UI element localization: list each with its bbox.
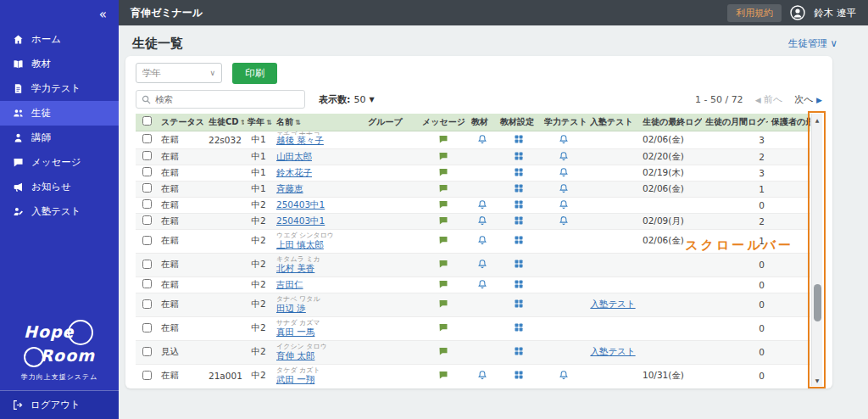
material-bell-icon[interactable] (477, 134, 487, 144)
message-icon[interactable] (438, 199, 448, 210)
material-settings-grid-icon[interactable] (514, 134, 524, 144)
row-checkbox[interactable] (142, 371, 152, 380)
sidebar-collapse-button[interactable]: « (0, 0, 119, 25)
row-checkbox[interactable] (142, 167, 152, 176)
row-checkbox[interactable] (142, 323, 152, 332)
message-icon[interactable] (438, 279, 448, 289)
row-checkbox[interactable] (142, 260, 152, 269)
sidebar-item-notices[interactable]: お知らせ (0, 175, 119, 199)
material-settings-grid-icon[interactable] (514, 235, 524, 245)
search-box[interactable] (136, 90, 305, 109)
material-bell-icon[interactable] (477, 370, 487, 380)
column-header-2[interactable]: 学年⇅ (244, 114, 273, 131)
column-header-0[interactable]: ステータス⇅ (158, 114, 205, 131)
student-name-link[interactable]: 上田 慎太郎 (276, 239, 324, 249)
grade-filter-select[interactable]: 学年 ∨ (136, 63, 222, 83)
student-name-link[interactable]: 真田 一馬 (276, 327, 314, 337)
scrollbar-thumb[interactable] (814, 284, 821, 321)
material-bell-icon[interactable] (477, 279, 487, 289)
scrollbar-up-button[interactable]: ▲ (812, 114, 822, 126)
message-icon[interactable] (438, 235, 448, 245)
column-header-1[interactable]: 生徒CD⇅ (205, 114, 244, 131)
user-avatar-icon[interactable] (790, 5, 805, 20)
message-icon[interactable] (438, 322, 448, 332)
row-checkbox[interactable] (142, 347, 152, 356)
message-icon[interactable] (438, 259, 448, 269)
student-management-link[interactable]: 生徒管理 ∨ (788, 37, 837, 50)
sidebar-item-teachers[interactable]: 講師 (0, 126, 119, 150)
student-name-link[interactable]: 北村 美香 (276, 263, 314, 273)
sort-icon[interactable]: ⇅ (295, 119, 301, 126)
student-name-link[interactable]: 武田 一翔 (276, 374, 314, 384)
select-all-checkbox[interactable] (142, 116, 152, 126)
ability-test-bell-icon[interactable] (559, 167, 569, 177)
row-checkbox[interactable] (142, 236, 152, 245)
student-name-link[interactable]: 越後 菜々子 (276, 135, 324, 145)
material-settings-grid-icon[interactable] (514, 346, 524, 356)
ability-test-bell-icon[interactable] (559, 183, 569, 193)
display-count-control[interactable]: 表示数: 50 ▼ (319, 93, 375, 106)
table-scrollbar[interactable]: ▲ ▼ (811, 114, 822, 386)
sidebar-item-materials[interactable]: 教材 (0, 52, 119, 76)
entrance-test-link[interactable]: 入塾テスト (590, 299, 635, 309)
column-header-3[interactable]: 名前⇅ (273, 114, 364, 131)
message-icon[interactable] (438, 151, 448, 161)
ability-test-bell-icon[interactable] (559, 370, 569, 380)
pagination-prev-button[interactable]: ◀ 前へ (755, 93, 783, 106)
material-settings-grid-icon[interactable] (514, 370, 524, 380)
material-settings-grid-icon[interactable] (514, 199, 524, 210)
row-checkbox[interactable] (142, 299, 152, 309)
message-icon[interactable] (438, 370, 448, 380)
sort-icon[interactable]: ⇅ (266, 119, 272, 126)
message-icon[interactable] (438, 346, 448, 356)
student-name-link[interactable]: 育伸 太郎 (276, 350, 314, 360)
material-settings-grid-icon[interactable] (514, 322, 524, 332)
message-icon[interactable] (438, 167, 448, 177)
material-bell-icon[interactable] (477, 215, 487, 226)
row-checkbox[interactable] (142, 215, 152, 225)
sidebar-item-ability-test[interactable]: 学力テスト (0, 76, 119, 101)
user-name[interactable]: 鈴木 遼平 (814, 7, 856, 20)
ability-test-bell-icon[interactable] (559, 134, 569, 144)
ability-test-bell-icon[interactable] (559, 199, 569, 210)
row-checkbox[interactable] (142, 279, 152, 288)
material-settings-grid-icon[interactable] (514, 167, 524, 177)
sidebar-item-home[interactable]: ホーム (0, 27, 119, 52)
row-checkbox[interactable] (142, 151, 152, 160)
entrance-test-link[interactable]: 入塾テスト (590, 346, 635, 356)
material-settings-grid-icon[interactable] (514, 215, 524, 226)
student-name-link[interactable]: 吉田仁 (276, 279, 303, 289)
row-checkbox[interactable] (142, 199, 152, 209)
logout-button[interactable]: ログアウト (0, 390, 119, 419)
material-settings-grid-icon[interactable] (514, 279, 524, 289)
message-icon[interactable] (438, 215, 448, 226)
material-settings-grid-icon[interactable] (514, 299, 524, 309)
material-bell-icon[interactable] (477, 259, 487, 269)
material-settings-grid-icon[interactable] (514, 183, 524, 193)
student-name-link[interactable]: 斉藤恵 (276, 183, 303, 193)
student-name-link[interactable]: 鈴木花子 (276, 167, 312, 177)
scrollbar-down-button[interactable]: ▼ (812, 374, 822, 386)
pagination-next-button[interactable]: 次へ ▶ (794, 93, 822, 106)
ability-test-bell-icon[interactable] (559, 215, 569, 226)
student-name-link[interactable]: 250403中1 (276, 199, 325, 210)
material-settings-grid-icon[interactable] (514, 151, 524, 161)
print-button[interactable]: 印刷 (232, 63, 277, 84)
sort-icon[interactable]: ⇅ (241, 119, 244, 126)
terms-of-use-link[interactable]: 利用規約 (727, 4, 782, 22)
material-bell-icon[interactable] (477, 199, 487, 210)
row-checkbox[interactable] (142, 183, 152, 193)
message-icon[interactable] (438, 134, 448, 144)
student-name-link[interactable]: 田辺 渉 (276, 303, 306, 313)
student-name-link[interactable]: 250403中1 (276, 215, 325, 226)
search-input[interactable] (155, 94, 299, 104)
sidebar-item-entrance-test[interactable]: 入塾テスト (0, 199, 119, 224)
message-icon[interactable] (438, 299, 448, 309)
row-checkbox[interactable] (142, 134, 152, 143)
material-bell-icon[interactable] (477, 235, 487, 245)
ability-test-bell-icon[interactable] (559, 151, 569, 161)
student-name-link[interactable]: 山田太郎 (276, 151, 312, 161)
material-settings-grid-icon[interactable] (514, 259, 524, 269)
sidebar-item-messages[interactable]: メッセージ (0, 150, 119, 175)
sidebar-item-students[interactable]: 生徒 (0, 101, 119, 126)
